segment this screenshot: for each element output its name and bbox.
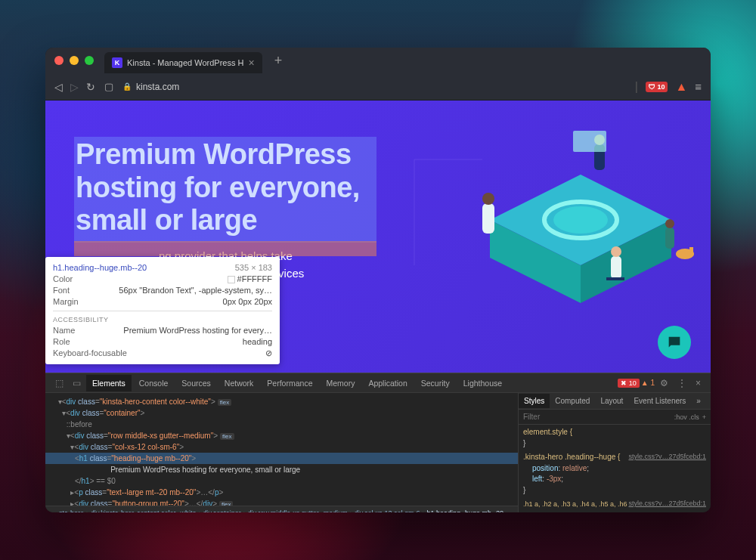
element-inspector-tooltip: h1.heading--huge.mb--20535 × 183 Color#F… — [45, 257, 280, 364]
warning-badge[interactable]: ▲ 1 — [641, 379, 655, 387]
divider: | — [635, 80, 638, 94]
person-standing — [482, 193, 494, 234]
close-window-button[interactable] — [54, 56, 64, 65]
tab-elements[interactable]: Elements — [86, 375, 132, 391]
device-toolbar-icon[interactable]: ▭ — [69, 378, 85, 388]
more-icon[interactable]: ⋮ — [674, 378, 690, 388]
svg-point-11 — [611, 246, 621, 257]
browser-tab[interactable]: K Kinsta - Managed WordPress H × — [104, 52, 262, 73]
tab-application[interactable]: Application — [362, 375, 413, 391]
more-tabs-icon[interactable]: » — [691, 394, 706, 408]
inspect-element-icon[interactable]: ⬚ — [51, 378, 67, 388]
reload-button[interactable]: ↻ — [86, 81, 95, 93]
settings-icon[interactable]: ⚙ — [656, 378, 672, 388]
hov-cls-toggle[interactable]: :hov .cls — [674, 413, 699, 421]
new-tab-button[interactable]: + — [274, 53, 283, 69]
tab-lighthouse[interactable]: Lighthouse — [457, 375, 508, 391]
tab-security[interactable]: Security — [415, 375, 456, 391]
svg-rect-8 — [482, 203, 494, 234]
tab-network[interactable]: Network — [218, 375, 260, 391]
adblock-badge[interactable]: 🛡 10 — [646, 82, 668, 92]
chat-fab[interactable] — [658, 326, 691, 359]
close-devtools-icon[interactable]: × — [692, 378, 705, 388]
tab-console[interactable]: Console — [133, 375, 175, 391]
tooltip-selector: h1.heading--huge.mb--20 — [53, 263, 147, 272]
hero-illustration — [384, 114, 702, 356]
dom-tree[interactable]: ▾<div class="kinsta-hero-content color--… — [45, 393, 518, 506]
hero-heading: Premium WordPress hosting for everyone, … — [76, 138, 378, 237]
tab-memory[interactable]: Memory — [320, 375, 361, 391]
svg-rect-13 — [665, 227, 674, 249]
titlebar: K Kinsta - Managed WordPress H × + — [45, 48, 711, 73]
minimize-window-button[interactable] — [70, 56, 79, 65]
url-text: kinsta.com — [136, 82, 179, 92]
svg-rect-16 — [689, 247, 693, 253]
svg-point-4 — [553, 206, 608, 234]
svg-rect-10 — [611, 256, 621, 279]
styles-tab[interactable]: Styles — [519, 394, 550, 408]
svg-point-14 — [665, 219, 674, 228]
bookmark-icon[interactable]: ▢ — [104, 81, 113, 92]
tab-title: Kinsta - Managed WordPress H — [127, 58, 243, 67]
svg-point-9 — [482, 193, 494, 205]
svg-rect-12 — [606, 277, 624, 280]
tooltip-dimensions: 535 × 183 — [235, 263, 272, 272]
styles-filter-input[interactable] — [523, 413, 671, 421]
tab-sources[interactable]: Sources — [175, 375, 217, 391]
toolbar: ◁ ▷ ↻ ▢ 🔒 kinsta.com | 🛡 10 ▲ ≡ — [45, 73, 711, 101]
menu-button[interactable]: ≡ — [695, 80, 702, 93]
lock-icon: 🔒 — [122, 82, 132, 91]
error-badge[interactable]: ✖ 10 — [618, 379, 640, 388]
page-content: Premium WordPress hosting for everyone, … — [45, 101, 711, 512]
svg-rect-7 — [573, 131, 606, 152]
tab-close-icon[interactable]: × — [248, 57, 254, 69]
forward-button[interactable]: ▷ — [70, 81, 79, 93]
browser-window: K Kinsta - Managed WordPress H × + ◁ ▷ ↻… — [45, 48, 711, 512]
brave-icon[interactable]: ▲ — [675, 80, 687, 94]
maximize-window-button[interactable] — [85, 56, 94, 65]
devtools-tabs: ⬚ ▭ Elements Console Sources Network Per… — [45, 373, 711, 393]
person-presenter — [573, 131, 606, 170]
url-bar[interactable]: 🔒 kinsta.com — [122, 82, 626, 92]
devtools-panel: ⬚ ▭ Elements Console Sources Network Per… — [45, 373, 711, 512]
back-button[interactable]: ◁ — [54, 81, 63, 93]
listeners-tab[interactable]: Event Listeners — [628, 394, 691, 408]
tab-performance[interactable]: Performance — [261, 375, 318, 391]
favicon-icon: K — [112, 57, 122, 68]
traffic-lights — [54, 56, 94, 65]
styles-pane: Styles Computed Layout Event Listeners »… — [518, 393, 711, 512]
breadcrumbs[interactable]: … sta-hero› div.kinsta-hero-content.colo… — [45, 506, 518, 512]
css-rules[interactable]: element.style { } style.css?v…27d5fcebd:… — [519, 425, 711, 512]
layout-tab[interactable]: Layout — [595, 394, 628, 408]
computed-tab[interactable]: Computed — [550, 394, 595, 408]
